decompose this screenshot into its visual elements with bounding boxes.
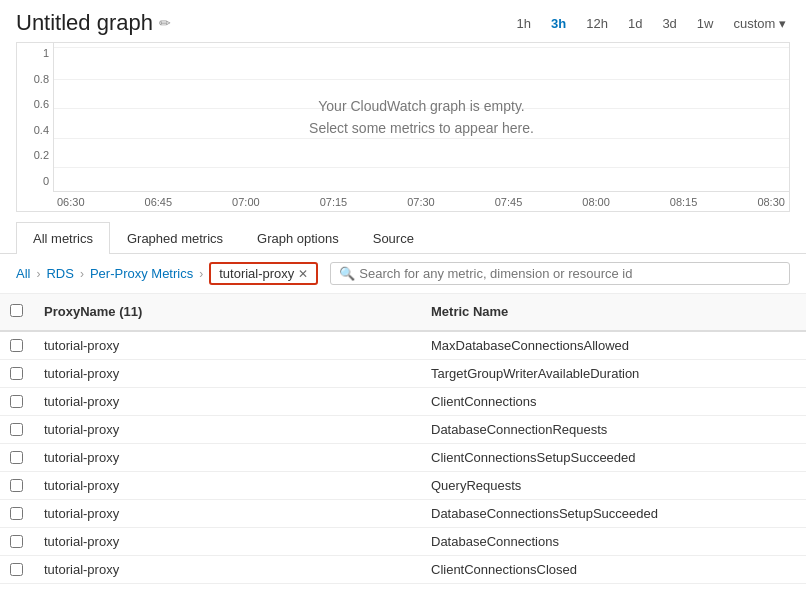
tab-all-metrics[interactable]: All metrics xyxy=(16,222,110,254)
td-metric-name: MaxDatabaseConnectionsAllowed xyxy=(419,332,806,359)
chart-empty-message: Your CloudWatch graph is empty. Select s… xyxy=(309,95,534,140)
table-row: tutorial-proxy DatabaseConnectionsSetupS… xyxy=(0,500,806,528)
tab-source[interactable]: Source xyxy=(356,222,431,254)
x-label-0815: 08:15 xyxy=(670,196,698,208)
select-all-checkbox[interactable] xyxy=(10,304,23,317)
x-label-0630: 06:30 xyxy=(57,196,85,208)
y-label-02: 0.2 xyxy=(21,149,49,161)
row-checkbox[interactable] xyxy=(10,507,23,520)
breadcrumb-sep-2: › xyxy=(80,267,84,281)
td-metric-name: ClientConnections xyxy=(419,388,806,415)
tab-graph-options[interactable]: Graph options xyxy=(240,222,356,254)
page-header: Untitled graph ✏ 1h 3h 12h 1d 3d 1w cust… xyxy=(0,0,806,42)
x-label-0700: 07:00 xyxy=(232,196,260,208)
td-checkbox xyxy=(0,472,32,499)
chart-empty-line2: Select some metrics to appear here. xyxy=(309,117,534,139)
table-header: ProxyName (11) Metric Name xyxy=(0,294,806,332)
th-proxy-name: ProxyName (11) xyxy=(32,300,419,324)
time-controls: 1h 3h 12h 1d 3d 1w custom ▾ xyxy=(513,14,790,33)
breadcrumb-close-icon[interactable]: ✕ xyxy=(298,267,308,281)
graph-title: Untitled graph xyxy=(16,10,153,36)
x-label-0745: 07:45 xyxy=(495,196,523,208)
time-btn-3h[interactable]: 3h xyxy=(547,14,570,33)
row-checkbox[interactable] xyxy=(10,423,23,436)
td-proxy-name: tutorial-proxy xyxy=(32,360,419,387)
x-axis: 06:30 06:45 07:00 07:15 07:30 07:45 08:0… xyxy=(53,191,789,211)
breadcrumb-sep-3: › xyxy=(199,267,203,281)
row-checkbox[interactable] xyxy=(10,563,23,576)
x-label-0730: 07:30 xyxy=(407,196,435,208)
y-label-08: 0.8 xyxy=(21,73,49,85)
y-label-0: 0 xyxy=(21,175,49,187)
table-row: tutorial-proxy DatabaseConnectionRequest… xyxy=(0,416,806,444)
table-row: tutorial-proxy ClientConnections xyxy=(0,388,806,416)
table-row: tutorial-proxy ClientConnectionsClosed xyxy=(0,556,806,584)
breadcrumb-current-tutorial-proxy: tutorial-proxy ✕ xyxy=(209,262,318,285)
edit-icon[interactable]: ✏ xyxy=(159,15,171,31)
time-btn-1d[interactable]: 1d xyxy=(624,14,646,33)
search-input[interactable] xyxy=(359,266,781,281)
td-metric-name: ClientConnectionsSetupSucceeded xyxy=(419,444,806,471)
breadcrumb-per-proxy-metrics[interactable]: Per-Proxy Metrics xyxy=(90,266,193,281)
th-checkbox xyxy=(0,300,32,324)
time-btn-1h[interactable]: 1h xyxy=(513,14,535,33)
chart-area: 1 0.8 0.6 0.4 0.2 0 Your CloudWatch grap… xyxy=(16,42,790,212)
td-proxy-name: tutorial-proxy xyxy=(32,332,419,359)
chart-plot: Your CloudWatch graph is empty. Select s… xyxy=(53,43,789,191)
row-checkbox[interactable] xyxy=(10,367,23,380)
time-btn-1w[interactable]: 1w xyxy=(693,14,718,33)
td-metric-name: DatabaseConnections xyxy=(419,528,806,555)
th-metric-name: Metric Name xyxy=(419,300,806,324)
td-checkbox xyxy=(0,444,32,471)
y-axis: 1 0.8 0.6 0.4 0.2 0 xyxy=(17,43,53,191)
td-proxy-name: tutorial-proxy xyxy=(32,528,419,555)
row-checkbox[interactable] xyxy=(10,535,23,548)
row-checkbox[interactable] xyxy=(10,451,23,464)
td-metric-name: QueryRequests xyxy=(419,472,806,499)
tab-graphed-metrics[interactable]: Graphed metrics xyxy=(110,222,240,254)
td-checkbox xyxy=(0,360,32,387)
td-proxy-name: tutorial-proxy xyxy=(32,556,419,583)
table-row: tutorial-proxy ClientConnectionsSetupSuc… xyxy=(0,444,806,472)
td-metric-name: DatabaseConnectionsSetupSucceeded xyxy=(419,500,806,527)
x-label-0645: 06:45 xyxy=(145,196,173,208)
table-row: tutorial-proxy MaxDatabaseConnectionsAll… xyxy=(0,332,806,360)
x-label-0800: 08:00 xyxy=(582,196,610,208)
row-checkbox[interactable] xyxy=(10,395,23,408)
y-label-1: 1 xyxy=(21,47,49,59)
td-proxy-name: tutorial-proxy xyxy=(32,472,419,499)
search-box: 🔍 xyxy=(330,262,790,285)
graph-title-area: Untitled graph ✏ xyxy=(16,10,171,36)
time-btn-custom[interactable]: custom ▾ xyxy=(729,14,790,33)
grid-line xyxy=(54,79,789,80)
breadcrumb-all[interactable]: All xyxy=(16,266,30,281)
td-metric-name: ClientConnectionsClosed xyxy=(419,556,806,583)
td-checkbox xyxy=(0,332,32,359)
row-checkbox[interactable] xyxy=(10,339,23,352)
chart-empty-line1: Your CloudWatch graph is empty. xyxy=(309,95,534,117)
td-checkbox xyxy=(0,500,32,527)
x-label-0830: 08:30 xyxy=(757,196,785,208)
td-metric-name: TargetGroupWriterAvailableDuration xyxy=(419,360,806,387)
metrics-table: ProxyName (11) Metric Name tutorial-prox… xyxy=(0,294,806,584)
table-row: tutorial-proxy QueryRequests xyxy=(0,472,806,500)
td-checkbox xyxy=(0,528,32,555)
y-label-04: 0.4 xyxy=(21,124,49,136)
filter-row: All › RDS › Per-Proxy Metrics › tutorial… xyxy=(0,254,806,294)
time-btn-3d[interactable]: 3d xyxy=(658,14,680,33)
breadcrumb-current-label: tutorial-proxy xyxy=(219,266,294,281)
time-btn-12h[interactable]: 12h xyxy=(582,14,612,33)
td-metric-name: DatabaseConnectionRequests xyxy=(419,416,806,443)
tabs-bar: All metrics Graphed metrics Graph option… xyxy=(0,222,806,254)
breadcrumb-sep-1: › xyxy=(36,267,40,281)
td-proxy-name: tutorial-proxy xyxy=(32,500,419,527)
x-label-0715: 07:15 xyxy=(320,196,348,208)
breadcrumb-rds[interactable]: RDS xyxy=(46,266,73,281)
row-checkbox[interactable] xyxy=(10,479,23,492)
td-proxy-name: tutorial-proxy xyxy=(32,416,419,443)
td-checkbox xyxy=(0,388,32,415)
table-row: tutorial-proxy TargetGroupWriterAvailabl… xyxy=(0,360,806,388)
td-proxy-name: tutorial-proxy xyxy=(32,444,419,471)
grid-line xyxy=(54,47,789,48)
table-row: tutorial-proxy DatabaseConnections xyxy=(0,528,806,556)
